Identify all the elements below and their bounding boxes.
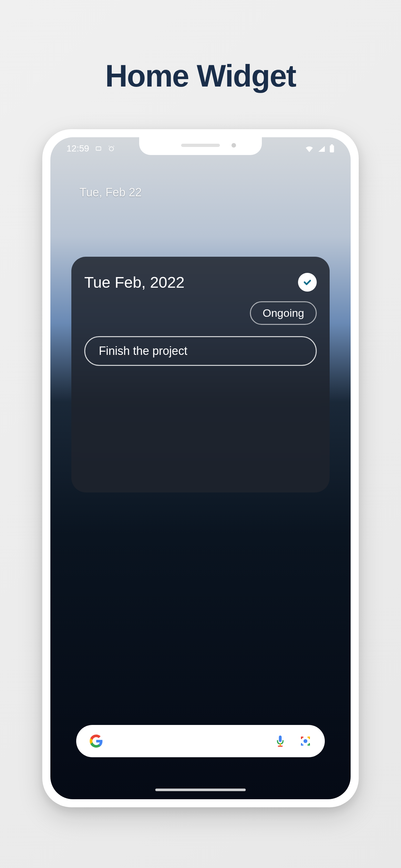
filter-ongoing[interactable]: Ongoing [250,301,317,325]
battery-icon [329,144,335,153]
svg-rect-4 [279,736,282,742]
todo-widget[interactable]: Tue Feb, 2022 Ongoing Finish the project [71,257,330,492]
phone-notch [139,137,262,155]
lens-icon[interactable] [299,735,312,748]
status-bar-right [305,144,335,153]
check-icon [303,277,312,287]
phone-frame: 12:59 [42,129,359,807]
task-item[interactable]: Finish the project [84,336,317,366]
widget-date: Tue Feb, 2022 [84,274,184,291]
google-icon [89,734,103,748]
phone-screen: 12:59 [50,137,351,799]
mic-icon[interactable] [274,735,286,748]
alarm-icon [108,145,115,152]
page-title: Home Widget [0,0,401,94]
svg-rect-0 [96,147,101,151]
search-right [274,735,312,748]
status-bar-left: 12:59 [66,144,115,154]
wifi-icon [305,145,314,152]
search-left [89,734,103,748]
widget-header: Tue Feb, 2022 [84,273,317,291]
check-button[interactable] [298,273,317,291]
svg-rect-3 [331,144,333,145]
card-icon [95,145,102,152]
svg-point-7 [304,739,307,743]
google-search-bar[interactable] [76,725,325,757]
signal-icon [318,145,326,152]
filter-row: Ongoing [84,301,317,325]
home-screen-date: Tue, Feb 22 [80,186,142,199]
svg-rect-2 [330,145,334,152]
status-time: 12:59 [66,144,89,154]
home-indicator[interactable] [155,788,246,791]
svg-point-1 [110,147,114,151]
